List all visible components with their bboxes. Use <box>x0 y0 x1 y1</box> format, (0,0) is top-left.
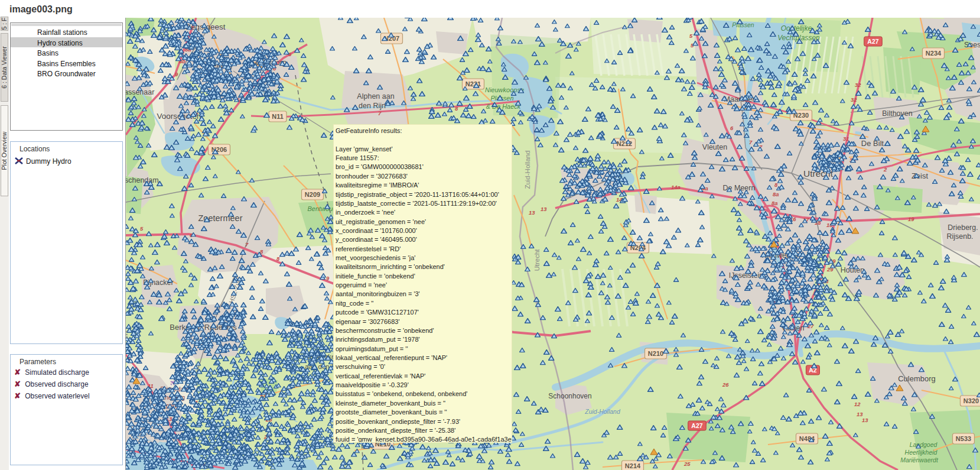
svg-text:N320: N320 <box>963 397 979 404</box>
svg-text:32: 32 <box>855 82 861 88</box>
svg-text:8a: 8a <box>771 200 778 206</box>
svg-text:7: 7 <box>245 241 249 248</box>
svg-text:25: 25 <box>683 461 691 467</box>
svg-text:Bentwoud: Bentwoud <box>308 205 337 212</box>
svg-text:N533: N533 <box>956 435 971 442</box>
svg-text:Schoonhoven: Schoonhoven <box>548 392 591 400</box>
svg-text:13: 13 <box>862 417 868 423</box>
svg-text:Soest: Soest <box>964 41 980 49</box>
svg-text:Vleuten: Vleuten <box>702 143 727 151</box>
svg-text:8a: 8a <box>773 191 779 197</box>
svg-text:Mariënwaerdt: Mariënwaerdt <box>900 456 939 463</box>
svg-text:12: 12 <box>854 401 861 407</box>
svg-text:9: 9 <box>175 71 178 77</box>
svg-text:32: 32 <box>851 96 857 103</box>
svg-text:5: 5 <box>140 225 144 232</box>
svg-text:Zuid-Holland: Zuid-Holland <box>524 150 531 189</box>
svg-text:7: 7 <box>378 110 382 116</box>
svg-text:Heerlijkheid: Heerlijkheid <box>905 449 938 456</box>
svg-text:26: 26 <box>722 381 729 388</box>
svg-text:A27: A27 <box>691 422 702 429</box>
svg-text:2: 2 <box>883 166 887 173</box>
svg-text:31: 31 <box>843 135 849 142</box>
svg-text:N214: N214 <box>625 462 641 469</box>
svg-text:6: 6 <box>730 125 734 131</box>
svg-text:Zuid-Holland: Zuid-Holland <box>584 408 621 415</box>
svg-text:De Bilt: De Bilt <box>861 139 884 148</box>
svg-text:13: 13 <box>541 206 547 212</box>
svg-text:14a: 14a <box>671 184 681 190</box>
svg-text:N209: N209 <box>305 191 320 198</box>
svg-text:Drieberg.: Drieberg. <box>948 223 978 232</box>
svg-text:Zeist: Zeist <box>911 171 929 180</box>
svg-text:5: 5 <box>689 33 693 39</box>
svg-text:Oostelijke: Oostelijke <box>781 24 812 33</box>
svg-text:& De Haeck: & De Haeck <box>486 103 521 110</box>
svg-text:N210: N210 <box>648 350 663 357</box>
svg-text:Leidschendam: Leidschendam <box>126 176 159 184</box>
svg-text:N234: N234 <box>926 50 942 57</box>
svg-text:9: 9 <box>326 275 330 281</box>
svg-text:den Rijn: den Rijn <box>359 102 386 110</box>
svg-text:Culemborg: Culemborg <box>898 374 936 383</box>
svg-text:A27: A27 <box>867 38 878 45</box>
svg-text:Alphen aan: Alphen aan <box>357 92 394 101</box>
svg-text:7: 7 <box>749 139 753 145</box>
svg-text:8: 8 <box>455 105 458 112</box>
svg-text:Rijsenb.: Rijsenb. <box>946 232 973 241</box>
svg-text:Landgoed: Landgoed <box>910 441 938 448</box>
svg-text:3: 3 <box>169 416 172 422</box>
svg-text:Plassen: Plassen <box>732 21 754 28</box>
svg-text:13: 13 <box>529 209 535 216</box>
svg-text:Utrecht: Utrecht <box>533 249 541 271</box>
svg-text:19: 19 <box>908 216 914 222</box>
svg-text:Bilthoven: Bilthoven <box>882 109 912 118</box>
svg-text:Nieuwkoopse: Nieuwkoopse <box>485 86 524 93</box>
svg-text:N11: N11 <box>272 113 284 120</box>
